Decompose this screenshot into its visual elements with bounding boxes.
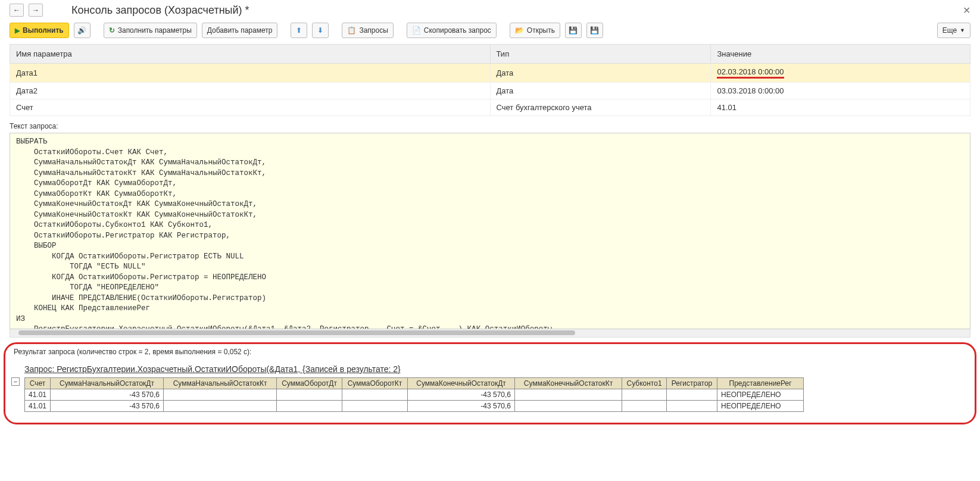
result-cell [342, 401, 408, 412]
save-as-button[interactable]: 💾 [586, 23, 603, 38]
queries-button[interactable]: 📋 Запросы [342, 23, 393, 38]
result-cell [622, 401, 667, 412]
result-table[interactable]: СчетСуммаНачальныйОстатокДтСуммаНачальны… [24, 377, 804, 412]
add-param-button[interactable]: Добавить параметр [202, 23, 278, 38]
nav-forward-button[interactable]: → [29, 4, 43, 17]
more-label: Еще [942, 26, 957, 35]
horizontal-scrollbar[interactable] [10, 329, 970, 338]
close-button[interactable]: ✕ [963, 5, 970, 16]
result-col-header[interactable]: СуммаКонечныйОстатокДт [408, 378, 515, 389]
param-row[interactable]: Дата2Дата03.03.2018 0:00:00 [10, 83, 970, 99]
param-value-cell: 41.01 [711, 99, 970, 116]
result-row[interactable]: 41.01-43 570,6-43 570,6НЕОПРЕДЕЛЕНО [25, 401, 804, 412]
result-summary: Результат запроса (количество строк = 2,… [11, 348, 969, 356]
param-row[interactable]: СчетСчет бухгалтерского учета41.01 [10, 99, 970, 116]
result-cell [622, 389, 667, 401]
param-type-cell: Дата [490, 64, 711, 83]
result-cell: -43 570,6 [408, 389, 515, 401]
param-name-cell: Дата2 [10, 83, 491, 99]
save-icon: 💾 [569, 26, 578, 35]
copy-query-label: Скопировать запрос [424, 26, 491, 35]
result-col-header[interactable]: ПредставлениеРег [717, 378, 804, 389]
result-cell [277, 401, 342, 412]
col-type: Тип [490, 45, 711, 64]
page-title: Консоль запросов (Хозрасчетный) * [71, 4, 249, 17]
params-table[interactable]: Имя параметра Тип Значение Дата1Дата02.0… [10, 44, 970, 116]
open-button[interactable]: 📂 Открыть [510, 23, 560, 38]
copy-query-button[interactable]: 📄 Скопировать запрос [407, 23, 497, 38]
fill-params-button[interactable]: ↻ Заполнить параметры [104, 23, 197, 38]
arrow-left-icon: ← [13, 6, 20, 14]
result-col-header[interactable]: СуммаКонечныйОстатокКт [515, 378, 622, 389]
result-col-header[interactable]: СуммаНачальныйОстатокДт [51, 378, 164, 389]
queries-label: Запросы [359, 26, 388, 35]
param-type-cell: Счет бухгалтерского учета [490, 99, 711, 116]
execute-label: Выполнить [23, 26, 64, 35]
result-col-header[interactable]: СуммаНачальныйОстатокКт [164, 378, 277, 389]
result-cell [342, 389, 408, 401]
col-param-name: Имя параметра [10, 45, 491, 64]
param-name-cell: Счет [10, 99, 491, 116]
arrow-up-icon: ⬆ [296, 26, 302, 35]
result-col-header[interactable]: Счет [25, 378, 51, 389]
param-type-cell: Дата [490, 83, 711, 99]
col-value: Значение [711, 45, 970, 64]
result-cell [667, 389, 717, 401]
save-as-icon: 💾 [590, 26, 599, 35]
tree-collapse-button[interactable]: − [11, 377, 20, 386]
result-cell [515, 401, 622, 412]
result-col-header[interactable]: СуммаОборотКт [342, 378, 408, 389]
result-cell [164, 389, 277, 401]
query-label: Текст запроса: [0, 120, 980, 133]
param-value-cell: 03.03.2018 0:00:00 [711, 83, 970, 99]
result-cell: -43 570,6 [408, 401, 515, 412]
add-param-label: Добавить параметр [207, 26, 273, 35]
more-button[interactable]: Еще ▼ [937, 23, 970, 38]
result-cell [277, 389, 342, 401]
result-cell: -43 570,6 [51, 389, 164, 401]
list-icon: 📋 [347, 26, 356, 35]
save-button[interactable]: 💾 [565, 23, 582, 38]
result-cell [164, 401, 277, 412]
result-cell: -43 570,6 [51, 401, 164, 412]
result-row[interactable]: 41.01-43 570,6-43 570,6НЕОПРЕДЕЛЕНО [25, 389, 804, 401]
result-cell: 41.01 [25, 401, 51, 412]
copy-icon: 📄 [412, 26, 421, 35]
arrow-down-icon: ⬇ [317, 26, 323, 35]
result-cell: НЕОПРЕДЕЛЕНО [717, 401, 804, 412]
chevron-down-icon: ▼ [960, 27, 965, 33]
result-col-header[interactable]: СуммаОборотДт [277, 378, 342, 389]
move-down-button[interactable]: ⬇ [312, 23, 329, 38]
arrow-right-icon: → [32, 6, 39, 14]
result-cell [667, 401, 717, 412]
execute-button[interactable]: ▶ Выполнить [10, 23, 69, 38]
result-cell: НЕОПРЕДЕЛЕНО [717, 389, 804, 401]
folder-open-icon: 📂 [515, 26, 524, 35]
result-panel: Результат запроса (количество строк = 2,… [4, 342, 976, 424]
param-row[interactable]: Дата1Дата02.03.2018 0:00:00 [10, 64, 970, 83]
result-cell [515, 389, 622, 401]
param-value-cell: 02.03.2018 0:00:00 [711, 64, 970, 83]
fill-params-label: Заполнить параметры [118, 26, 192, 35]
play-icon: ▶ [15, 27, 20, 35]
param-name-cell: Дата1 [10, 64, 491, 83]
result-col-header[interactable]: Субконто1 [622, 378, 667, 389]
query-text-input[interactable]: ВЫБРАТЬ ОстаткиИОбороты.Счет КАК Счет, С… [10, 133, 970, 329]
result-cell: 41.01 [25, 389, 51, 401]
speaker-icon: 🔊 [77, 26, 86, 35]
open-label: Открыть [527, 26, 555, 35]
result-title: Запрос: РегистрБухгалтерии.Хозрасчетный.… [24, 364, 969, 374]
move-up-button[interactable]: ⬆ [291, 23, 307, 38]
nav-back-button[interactable]: ← [10, 4, 24, 17]
refresh-icon: ↻ [109, 26, 115, 35]
sound-button[interactable]: 🔊 [74, 23, 90, 38]
result-col-header[interactable]: Регистратор [667, 378, 717, 389]
